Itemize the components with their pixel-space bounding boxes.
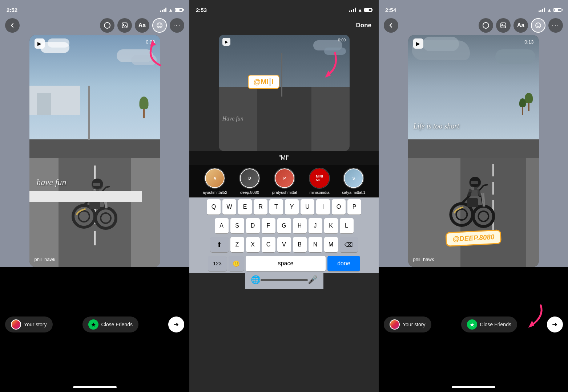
right-text-button[interactable]: Aa	[513, 18, 528, 33]
key-w[interactable]: W	[222, 199, 236, 215]
pole	[88, 86, 90, 140]
gallery-button[interactable]	[117, 18, 132, 33]
done-key[interactable]: done	[327, 256, 360, 271]
key-f[interactable]: F	[262, 218, 275, 233]
keyboard-row-3: ⬆ Z X C V B N M ⌫	[189, 235, 379, 254]
key-o[interactable]: O	[332, 199, 346, 215]
keyboard-extras: 🌐 🎤	[245, 273, 323, 289]
key-t[interactable]: T	[269, 199, 283, 215]
cloud-2	[48, 38, 69, 48]
right-story-scene: Life is too short ▶ 0:13 phil_hawk_ @DEE…	[408, 35, 539, 267]
toolbar-center: Aa ···	[100, 18, 184, 33]
key-b[interactable]: B	[293, 237, 307, 252]
key-q[interactable]: Q	[207, 199, 221, 215]
key-s[interactable]: S	[230, 218, 244, 233]
person-item-4[interactable]: MINI50 minisoindia	[309, 168, 330, 195]
delete-key[interactable]: ⌫	[340, 237, 358, 252]
middle-road-center	[257, 87, 311, 151]
right-story-card: Life is too short ▶ 0:13 phil_hawk_ @DEE…	[408, 35, 539, 267]
back-button[interactable]	[5, 18, 20, 33]
green-star-icon-left: ★	[88, 319, 98, 330]
sticker-button[interactable]	[152, 18, 167, 33]
svg-point-3	[158, 25, 159, 25]
key-y[interactable]: Y	[285, 199, 299, 215]
right-back-button[interactable]	[384, 18, 398, 33]
space-key[interactable]: space	[246, 256, 326, 271]
shift-key[interactable]: ⬆	[210, 237, 229, 252]
username-right: phil_hawk_	[413, 257, 437, 262]
key-r[interactable]: R	[254, 199, 267, 215]
your-story-option-right[interactable]: Your story	[384, 317, 431, 332]
right-more-button[interactable]: ···	[548, 18, 563, 33]
send-button-left[interactable]: ➜	[168, 317, 184, 332]
cursor-indicator	[270, 78, 270, 86]
close-friends-label-left: Close Friends	[101, 322, 133, 327]
keyboard-row-4: 123 🙂 space done	[189, 254, 379, 273]
right-tree-2	[519, 98, 526, 115]
person-item-2[interactable]: D deep.8080	[239, 168, 260, 195]
person-item-1[interactable]: A ayushmittal52	[202, 168, 227, 195]
right-toolbar-center: Aa ···	[479, 18, 563, 33]
key-v[interactable]: V	[277, 237, 291, 252]
key-e[interactable]: E	[238, 199, 252, 215]
globe-icon[interactable]: 🌐	[251, 275, 261, 285]
record-button[interactable]	[100, 18, 114, 33]
key-g[interactable]: G	[277, 218, 291, 233]
right-gallery-button[interactable]	[496, 18, 511, 33]
your-story-option-left[interactable]: Your story	[5, 317, 53, 332]
key-i[interactable]: I	[316, 199, 330, 215]
text-button[interactable]: Aa	[135, 18, 149, 33]
person-name-4: minisoindia	[310, 190, 330, 195]
left-status-bar: 2:52 ▲	[0, 0, 189, 16]
more-button[interactable]: ···	[170, 18, 184, 33]
close-friends-option-left[interactable]: ★ Close Friends	[82, 317, 138, 332]
svg-point-20	[537, 25, 538, 25]
avatar-satya: S	[343, 168, 364, 189]
close-friends-option-right[interactable]: ★ Close Friends	[461, 317, 517, 332]
home-indicator-left	[0, 382, 189, 392]
person-item-3[interactable]: P pratyushmittal	[272, 168, 297, 195]
emoji-key[interactable]: 🙂	[229, 256, 244, 271]
key-u[interactable]: U	[301, 199, 314, 215]
key-j[interactable]: J	[309, 218, 322, 233]
key-l[interactable]: L	[340, 218, 354, 233]
story-timer-right: 0:13	[524, 39, 533, 45]
key-a[interactable]: A	[215, 218, 229, 233]
key-h[interactable]: H	[293, 218, 307, 233]
avatar-deep: D	[239, 168, 260, 189]
mi-hint: "MI"	[189, 151, 379, 165]
svg-point-8	[96, 208, 116, 228]
signal-icon	[160, 8, 166, 12]
key-z[interactable]: Z	[230, 237, 244, 252]
key-m[interactable]: M	[324, 237, 338, 252]
key-x[interactable]: X	[246, 237, 260, 252]
key-c[interactable]: C	[262, 237, 275, 252]
key-p[interactable]: P	[347, 199, 361, 215]
middle-time: 2:53	[196, 7, 207, 13]
middle-reels-icon: ▶	[222, 38, 230, 46]
key-n[interactable]: N	[309, 237, 322, 252]
svg-point-23	[456, 209, 467, 220]
home-bar-right	[452, 386, 495, 388]
right-cloud-2	[423, 37, 459, 51]
microphone-icon[interactable]: 🎤	[308, 275, 318, 285]
mention-sticker-right[interactable]: @DEEP.8080	[445, 229, 501, 247]
left-status-icons: ▲	[160, 7, 183, 13]
done-button-middle[interactable]: Done	[356, 22, 372, 29]
right-status-icons: ▲	[539, 7, 561, 13]
svg-point-18	[502, 24, 503, 25]
right-sticker-button[interactable]	[531, 18, 545, 33]
middle-toolbar: Done	[189, 16, 379, 35]
right-record-button[interactable]	[479, 18, 493, 33]
key-d[interactable]: D	[246, 218, 260, 233]
send-button-right[interactable]: ➜	[547, 317, 563, 332]
mention-text-i: I	[271, 78, 274, 86]
building-left-2	[37, 93, 51, 115]
num-key[interactable]: 123	[208, 256, 227, 271]
people-suggestions: A ayushmittal52 D deep.8080 P pratyushmi…	[189, 165, 379, 197]
avatar-ayush: A	[204, 168, 225, 189]
key-k[interactable]: K	[324, 218, 338, 233]
person-item-5[interactable]: S satya.mittal.1	[342, 168, 366, 195]
mention-input-box[interactable]: @MI I	[248, 75, 279, 89]
home-bar-left	[73, 386, 117, 388]
